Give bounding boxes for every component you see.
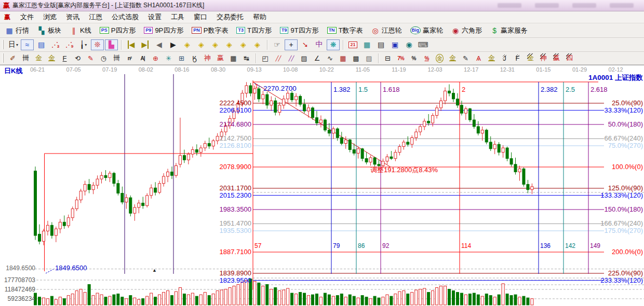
nine-t-square-button[interactable]: T99T四方形 xyxy=(276,24,323,37)
wave-tool-button[interactable]: ≈ xyxy=(21,39,34,50)
stair-9-button[interactable]: ⋰9 xyxy=(63,39,76,50)
line-tool-button[interactable]: ➘ xyxy=(299,39,312,50)
menu-5[interactable]: 设置 xyxy=(143,11,166,23)
diamond-compress-button[interactable]: ◈ xyxy=(237,39,250,50)
gold-circle-button[interactable]: 金 xyxy=(434,53,446,64)
stair-3-button[interactable]: ⋰3 xyxy=(49,39,62,50)
price-list-button[interactable]: ⊟ xyxy=(382,53,394,64)
diamond-expand-button[interactable]: ◈ xyxy=(223,39,236,50)
red-grid-button[interactable]: ▦ xyxy=(337,53,349,64)
memo-button[interactable]: ▤ xyxy=(374,39,387,50)
last-page-button[interactable]: ▶ xyxy=(139,39,152,50)
grid-123-button[interactable]: ▦ xyxy=(227,53,239,64)
nine-p-square-button[interactable]: P99P四方形 xyxy=(140,24,187,37)
draw-knife-button[interactable]: ✐ xyxy=(7,53,19,64)
toolbar-grip[interactable] xyxy=(2,53,4,63)
gold-line-2-button[interactable]: 金 xyxy=(486,53,498,64)
winner-service-button[interactable]: $赢家服务 xyxy=(486,24,532,37)
gold-line-button[interactable]: 金 xyxy=(447,53,459,64)
fan-lines-purple-button[interactable]: ╱╱ xyxy=(285,53,297,64)
crosshair-tool-button[interactable]: + xyxy=(285,39,298,50)
t-square-button[interactable]: T3T四方形 xyxy=(232,24,275,37)
gann-fan-tool-button[interactable]: 中 xyxy=(313,39,326,50)
first-page-button[interactable]: ◀ xyxy=(125,39,138,50)
calculator-button[interactable]: ▦ xyxy=(360,39,373,50)
j-angle-button[interactable]: J xyxy=(499,53,511,64)
candle-body xyxy=(510,159,513,164)
fence-ruler-button[interactable]: 卌 xyxy=(20,53,32,64)
period-day-button[interactable]: 日▾ xyxy=(7,39,20,50)
t-number-table-button[interactable]: TNT数字表 xyxy=(323,24,367,37)
menu-4[interactable]: 公式选股 xyxy=(107,11,143,23)
ying-fence-button[interactable]: 赢 xyxy=(214,53,226,64)
hexagon-button[interactable]: ◉六角形 xyxy=(447,24,486,37)
angle-line-button[interactable]: ∠ xyxy=(311,53,323,64)
gann-shape-button[interactable]: ❊ xyxy=(91,39,104,50)
shen-fence-button[interactable]: 神 xyxy=(202,53,213,64)
circle-cross-button[interactable]: ⊕ xyxy=(150,53,162,64)
a-line-button[interactable]: A| xyxy=(137,53,149,64)
hatch-lines-button[interactable]: ▨ xyxy=(363,53,375,64)
info-document-button[interactable]: ▤ xyxy=(35,39,48,50)
menu-2[interactable]: 资讯 xyxy=(61,11,84,23)
menu-9[interactable]: 帮助 xyxy=(248,11,271,23)
prev-page-button[interactable]: ◀ xyxy=(153,39,166,50)
shen-angle-button[interactable]: 神 xyxy=(538,53,549,64)
volume-profile-button[interactable]: ▙ xyxy=(105,39,118,50)
si-angle-button[interactable]: 四 xyxy=(564,53,575,64)
dark-grid-button[interactable]: ▩ xyxy=(350,53,362,64)
clock-cycle-button[interactable]: ◷ xyxy=(98,53,110,64)
winner-wheel-button[interactable]: Big赢家轮 xyxy=(406,24,448,37)
kline-button[interactable]: ∥K线 xyxy=(65,24,96,37)
f-angle-button[interactable]: F xyxy=(512,53,524,64)
save-button[interactable]: ▣ xyxy=(388,39,401,50)
menu-3[interactable]: 江恩 xyxy=(84,11,107,23)
k-mark-button[interactable]: Ӄ xyxy=(189,53,200,64)
fan-lines-red-button[interactable]: ╱╱ xyxy=(272,53,284,64)
grid-star-button[interactable]: ⊞ xyxy=(176,53,187,64)
wave-marker-button[interactable]: Ѧ xyxy=(473,53,485,64)
span-arrows-button[interactable]: ↹ xyxy=(240,53,252,64)
star-burst-button[interactable]: ✳ xyxy=(163,53,175,64)
fence-ruler-2-button[interactable]: 卌 xyxy=(111,53,123,64)
market-quotes-button[interactable]: ▦行情 xyxy=(1,24,33,37)
calendar-button[interactable]: 21 xyxy=(346,39,359,50)
sectors-button[interactable]: ▚板块 xyxy=(33,24,65,37)
next-page-button[interactable]: ▶ xyxy=(167,39,180,50)
toolbar-grip[interactable] xyxy=(2,40,4,49)
n-square-button[interactable]: n² xyxy=(124,53,136,64)
menu-6[interactable]: 工具 xyxy=(166,11,189,23)
data-download-button[interactable]: ◉ xyxy=(403,39,415,50)
gold-fence-2-button[interactable]: 金 xyxy=(46,53,58,64)
pc-data-button[interactable]: ⌨ xyxy=(417,39,430,50)
p-square-button[interactable]: PSP四方形 xyxy=(96,24,140,37)
pct-line-button[interactable]: % xyxy=(421,53,433,64)
pct-button[interactable]: % xyxy=(408,53,420,64)
seven-pct-button[interactable]: 7% xyxy=(395,53,407,64)
diamond-hscale-button[interactable]: ◈ xyxy=(209,39,222,50)
smart-analysis-button[interactable]: ❋ xyxy=(327,39,340,50)
candle-style-button[interactable]: ╽▾ xyxy=(77,39,90,50)
menu-0[interactable]: 文件 xyxy=(16,11,38,23)
diamond-fullview-button[interactable]: ◈ xyxy=(251,39,264,50)
diamond-shift-left-button[interactable]: ◈ xyxy=(181,39,194,50)
gold-fence-1-button[interactable]: 金 xyxy=(33,53,45,64)
chart-area[interactable]: 2222.450025.0%(90)2206.510033.33%(120)21… xyxy=(0,74,644,306)
red-pencil-button[interactable]: ✎ xyxy=(85,53,97,64)
diamond-shift-right-button[interactable]: ◈ xyxy=(195,39,208,50)
menu-1[interactable]: 浏览 xyxy=(38,11,61,23)
shaded-fan-button[interactable]: ▨ xyxy=(298,53,310,64)
gann-wheel-button[interactable]: ◎江恩轮 xyxy=(367,24,406,37)
gold-angle-button[interactable]: 金 xyxy=(525,53,536,64)
menu-8[interactable]: 交易委托 xyxy=(212,11,248,23)
pencil-bars-button[interactable]: ✎ xyxy=(460,53,472,64)
ying-angle-button[interactable]: 赢 xyxy=(551,53,562,64)
p-number-table-button[interactable]: PNP数字表 xyxy=(187,24,232,37)
box-select-button[interactable]: ◰ xyxy=(259,53,271,64)
gann-wheel-label: 江恩轮 xyxy=(382,26,402,35)
hand-tool-button[interactable]: ☞ xyxy=(271,39,284,50)
spiral-button[interactable]: ⟲ xyxy=(72,53,84,64)
menu-7[interactable]: 窗口 xyxy=(189,11,212,23)
f-fence-button[interactable]: F xyxy=(59,53,71,64)
zigzag-button[interactable]: ∿ xyxy=(324,53,336,64)
